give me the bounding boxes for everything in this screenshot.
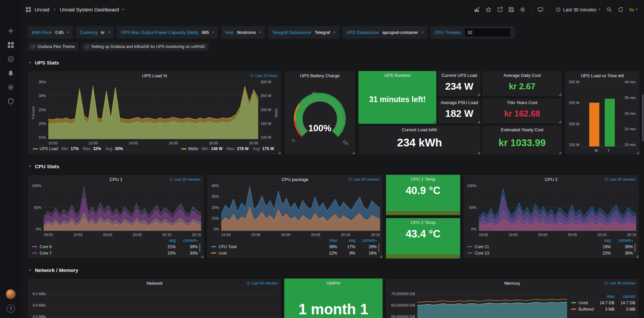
panel-current-load-kwh[interactable]: Current Load kWh 234 kWh bbox=[358, 125, 481, 155]
legend-series-name[interactable]: Buffered bbox=[579, 307, 594, 312]
network-plot[interactable] bbox=[48, 288, 278, 318]
panel-current-ups-load[interactable]: Current UPS Load 234 W bbox=[438, 71, 481, 97]
cpu2-plot[interactable] bbox=[479, 184, 636, 231]
legend-scrollbar[interactable] bbox=[634, 243, 636, 252]
variable-value[interactable]: apcupsd-container bbox=[382, 30, 418, 35]
legend-series-name[interactable]: Core 23 bbox=[475, 251, 489, 256]
legend-series-name[interactable]: User bbox=[219, 251, 227, 256]
cpu-threads-input[interactable]: 32 bbox=[464, 28, 511, 37]
panel-header[interactable]: UPS Battery Charge bbox=[287, 71, 353, 80]
variable-value[interactable]: 0.65 bbox=[55, 30, 63, 35]
legend-series-name[interactable]: Watts bbox=[188, 146, 198, 151]
ups-load-plot[interactable] bbox=[48, 80, 258, 139]
help-icon[interactable]: ? bbox=[7, 305, 15, 313]
panel-title[interactable]: Memory bbox=[504, 281, 520, 286]
panel-resize-handle[interactable] bbox=[636, 255, 639, 258]
panel-resize-handle[interactable] bbox=[558, 120, 561, 123]
panel-resize-handle[interactable] bbox=[352, 151, 355, 154]
section-cpu-stats[interactable]: CPU Stats bbox=[28, 163, 641, 170]
legend-col-avg[interactable]: avg bbox=[591, 238, 611, 243]
panel-title[interactable]: UPS Battery Charge bbox=[300, 73, 340, 78]
legend-col-current[interactable]: current▾ bbox=[355, 238, 377, 243]
panel-title[interactable]: UPS Load vs Time left bbox=[581, 73, 624, 78]
legend-col-avg[interactable]: avg bbox=[156, 238, 176, 243]
variable-value[interactable]: 865 bbox=[202, 30, 209, 35]
variable-value[interactable]: kr bbox=[101, 30, 105, 35]
legend-series-name[interactable]: Core 21 bbox=[475, 244, 489, 249]
panel-average-daily-cost[interactable]: Average Daily Cost kr 2.67 bbox=[482, 71, 562, 97]
panel-header[interactable]: UPS Load % Last 12 hours bbox=[31, 71, 278, 80]
legend-col-current[interactable]: current▾ bbox=[176, 238, 198, 243]
panel-resize-handle[interactable] bbox=[457, 255, 460, 258]
panel-estimated-yearly-cost[interactable]: Estimated Yearly Cost kr 1033.99 bbox=[482, 125, 562, 155]
breadcrumb-folder[interactable]: Unraid bbox=[35, 7, 49, 12]
panel-header[interactable]: Memory Last 30 minutes bbox=[388, 279, 636, 288]
panel-header[interactable]: CPU 2 Last 30 minutes bbox=[466, 175, 636, 184]
cpu-package-plot[interactable] bbox=[221, 184, 380, 231]
panel-average-psu-load[interactable]: Average PSU Load 182 W bbox=[438, 98, 481, 124]
dashboard-title[interactable]: Unraid System Dashboard bbox=[60, 7, 119, 12]
section-network-memory[interactable]: Network / Memory bbox=[28, 267, 641, 273]
sidebar-admin-icon[interactable] bbox=[3, 94, 18, 108]
variable-currency[interactable]: Currency kr ▾ bbox=[76, 26, 113, 39]
variable-ups-datasource[interactable]: UPS Datasource apcupsd-container ▾ bbox=[342, 26, 427, 39]
legend-col-current[interactable]: current bbox=[614, 294, 635, 299]
panel-title[interactable]: CPU 2 bbox=[545, 177, 557, 182]
legend-scrollbar[interactable] bbox=[378, 243, 379, 252]
legend-series-name[interactable]: Core 7 bbox=[40, 251, 52, 256]
panel-this-years-cost[interactable]: This Years Cost kr 162.68 bbox=[482, 98, 562, 124]
variable-host[interactable]: host Nostromo ▾ bbox=[221, 26, 265, 39]
star-dashboard-button[interactable] bbox=[483, 5, 493, 15]
sidebar-explore-icon[interactable] bbox=[3, 52, 18, 66]
link-ups-monitoring-guide[interactable]: Setting up Grafana and InfluxDB for UPS … bbox=[82, 42, 209, 51]
page-scrollbar-thumb[interactable] bbox=[642, 94, 644, 141]
zoom-out-button[interactable] bbox=[604, 5, 614, 15]
variable-telegraf-datasource[interactable]: Telegraf Datasource Telegraf ▾ bbox=[268, 26, 339, 39]
cycle-view-button[interactable] bbox=[535, 5, 545, 15]
legend-col-current[interactable]: current▾ bbox=[611, 238, 633, 243]
legend-series-name[interactable]: CPU Total bbox=[219, 244, 237, 249]
legend-col-avg[interactable]: avg bbox=[337, 238, 355, 243]
panel-ups-runtime[interactable]: UPS Runtime 31 minutes left! bbox=[358, 71, 436, 124]
panel-resize-handle[interactable] bbox=[477, 120, 480, 123]
legend-col-max[interactable]: max bbox=[319, 238, 337, 243]
panel-cpu1-temp[interactable]: CPU 1 Temp 40.9 °C bbox=[386, 175, 460, 215]
panel-resize-handle[interactable] bbox=[278, 151, 281, 154]
panel-resize-handle[interactable] bbox=[558, 151, 561, 154]
panel-resize-handle[interactable] bbox=[477, 151, 480, 154]
panel-resize-handle[interactable] bbox=[477, 93, 480, 96]
time-range-picker[interactable]: Last 30 minutes ▾ bbox=[553, 7, 603, 12]
panel-title[interactable]: CPU 1 bbox=[109, 177, 122, 182]
panel-resize-handle[interactable] bbox=[379, 255, 382, 258]
refresh-interval-picker[interactable]: 5s ▾ bbox=[627, 7, 639, 12]
memory-plot[interactable] bbox=[417, 288, 567, 318]
legend-series-name[interactable]: UPS Load bbox=[40, 146, 58, 151]
section-ups-stats[interactable]: UPS Stats bbox=[28, 59, 641, 66]
panel-resize-handle[interactable] bbox=[558, 93, 561, 96]
variable-value[interactable]: Telegraf bbox=[315, 30, 330, 35]
cpu1-plot[interactable] bbox=[44, 184, 201, 231]
share-dashboard-button[interactable] bbox=[495, 5, 505, 15]
sidebar-configuration-icon[interactable] bbox=[3, 80, 18, 94]
panel-header[interactable]: UPS Load vs Time left bbox=[568, 71, 637, 80]
grafana-logo[interactable] bbox=[4, 3, 17, 16]
sidebar-dashboards-icon[interactable] bbox=[3, 38, 18, 52]
panel-resize-handle[interactable] bbox=[200, 255, 203, 258]
legend-scrollbar[interactable] bbox=[199, 243, 200, 252]
legend-series-name[interactable]: Used bbox=[579, 301, 588, 305]
legend-col-max[interactable]: max bbox=[594, 294, 614, 299]
dashboard-settings-button[interactable] bbox=[517, 5, 527, 15]
link-grafana-plex-theme[interactable]: Grafana Plex Theme bbox=[28, 42, 78, 51]
refresh-button[interactable] bbox=[616, 5, 626, 15]
panel-resize-handle[interactable] bbox=[433, 120, 436, 123]
panel-resize-handle[interactable] bbox=[636, 151, 639, 154]
panel-uptime[interactable]: Uptime 1 month 1 bbox=[284, 278, 383, 318]
variable-kwh-price[interactable]: kWh Price 0.65 ▾ bbox=[28, 26, 73, 39]
variable-value[interactable]: Nostromo bbox=[237, 30, 256, 35]
bar-chart-plot[interactable] bbox=[582, 80, 622, 147]
panel-cpu2-temp[interactable]: CPU 2 Temp 43.4 °C bbox=[386, 218, 460, 259]
panel-title[interactable]: CPU package bbox=[281, 177, 308, 182]
user-avatar[interactable] bbox=[6, 289, 16, 299]
sidebar-alerting-icon[interactable] bbox=[3, 66, 18, 80]
panel-resize-handle[interactable] bbox=[457, 212, 460, 215]
